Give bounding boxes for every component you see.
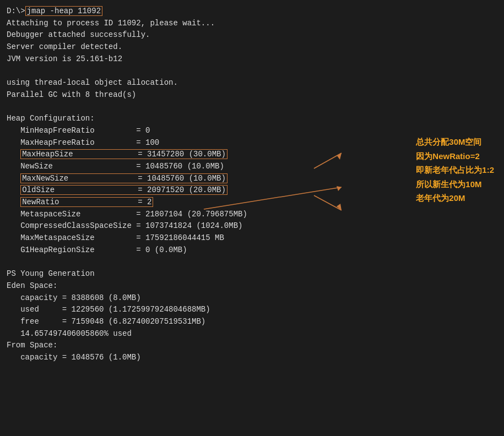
from-capacity: capacity = 1048576 (1.0MB) xyxy=(7,352,497,364)
output-blank-2 xyxy=(7,101,497,113)
command-highlight: jmap -heap 11092 xyxy=(25,6,102,16)
heap-blank-3 xyxy=(7,256,497,268)
eden-used: free = 7159048 (6.827400207519531MB) xyxy=(7,316,497,328)
heap-usage-header: PS Young Generation xyxy=(7,268,497,280)
maxnewsize-highlight: MaxNewSize = 10485760 (10.0MB) xyxy=(20,173,227,183)
newratio-highlight: NewRatio = 2 xyxy=(20,197,153,207)
ps-young-gen: Eden Space: xyxy=(7,280,497,292)
output-line-4: JVM version is 25.161-b12 xyxy=(7,53,497,66)
output-blank-1 xyxy=(7,65,497,77)
annotation-line-3: 即新老年代占比为1:2 xyxy=(416,163,494,177)
terminal-window: D:\>jmap -heap 11092 Attaching to proces… xyxy=(0,0,504,436)
output-line-2: Debugger attached successfully. xyxy=(7,29,497,41)
eden-free: 14.657497406005860% used xyxy=(7,328,497,340)
output-line-3: Server compiler detected. xyxy=(7,41,497,53)
heap-survivor: MetaspaceSize = 21807104 (20.796875MB) xyxy=(7,209,497,221)
output-thread-2: Parallel GC with 8 thread(s) xyxy=(7,89,497,101)
annotation-line-2: 因为NewRatio=2 xyxy=(416,149,494,164)
eden-space: capacity = 8388608 (8.0MB) xyxy=(7,292,497,304)
output-line-1: Attaching to process ID 11092, please wa… xyxy=(7,18,497,30)
eden-percent: From Space: xyxy=(7,340,497,352)
heap-compressed: MaxMetaspaceSize = 17592186044415 MB xyxy=(7,232,497,244)
heap-config-header: Heap Configuration: xyxy=(7,113,497,125)
heap-maxmeta: G1HeapRegionSize = 0 (0.0MB) xyxy=(7,244,497,257)
annotation-block: 总共分配30M空间 因为NewRatio=2 即新老年代占比为1:2 所以新生代… xyxy=(416,135,494,205)
maxheapsize-highlight: MaxHeapSize = 31457280 (30.0MB) xyxy=(20,149,227,159)
annotation-line-1: 总共分配30M空间 xyxy=(416,135,494,149)
command-line: D:\>jmap -heap 11092 xyxy=(7,6,497,18)
annotation-line-4: 所以新生代为10M xyxy=(416,177,494,192)
oldsize-highlight: OldSize = 20971520 (20.0MB) xyxy=(20,185,227,195)
heap-metaspace: CompressedClassSpaceSize = 1073741824 (1… xyxy=(7,220,497,232)
output-thread-1: using thread-local object allocation. xyxy=(7,77,497,89)
eden-capacity: used = 1229560 (1.1725997924804688MB) xyxy=(7,304,497,316)
annotation-line-5: 老年代为20M xyxy=(416,191,494,205)
